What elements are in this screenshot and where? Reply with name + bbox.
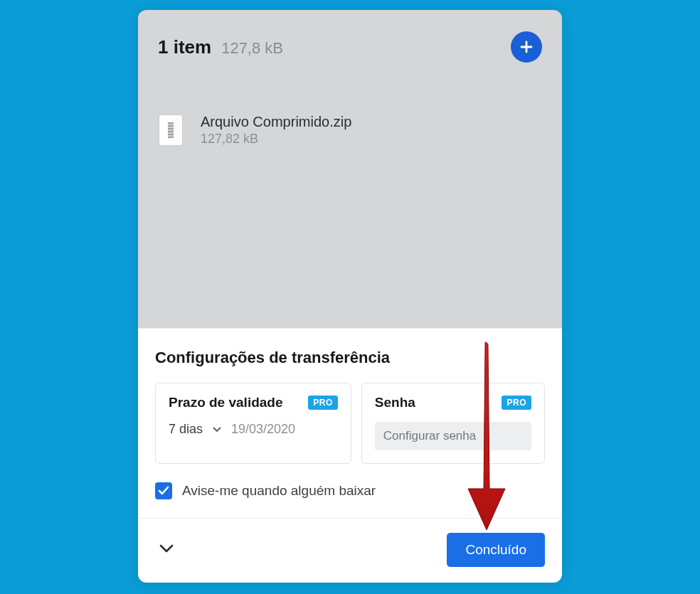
chevron-down-icon — [213, 427, 221, 433]
chevron-down-icon — [159, 544, 174, 553]
total-size: 127,8 kB — [221, 39, 283, 58]
password-setting: Senha PRO — [361, 383, 545, 464]
file-list-header: 1 item 127,8 kB — [158, 31, 542, 63]
notify-row[interactable]: Avise-me quando alguém baixar — [155, 482, 545, 499]
settings-title: Configurações de transferência — [155, 349, 545, 367]
add-file-button[interactable] — [511, 31, 542, 63]
file-list-panel: 1 item 127,8 kB Arquivo Comprimido.zip 1… — [138, 10, 562, 328]
notify-label: Avise-me quando alguém baixar — [182, 483, 376, 499]
transfer-card: 1 item 127,8 kB Arquivo Comprimido.zip 1… — [138, 10, 562, 583]
file-meta: Arquivo Comprimido.zip 127,82 kB — [201, 114, 351, 147]
collapse-button[interactable] — [155, 539, 178, 561]
header-summary: 1 item 127,8 kB — [158, 36, 283, 58]
password-header: Senha PRO — [375, 395, 531, 410]
item-count: 1 item — [158, 36, 211, 58]
transfer-settings-panel: Configurações de transferência Prazo de … — [138, 328, 562, 583]
expiry-date: 19/03/2020 — [231, 422, 295, 437]
file-name: Arquivo Comprimido.zip — [201, 114, 351, 130]
notify-checkbox[interactable] — [155, 482, 172, 499]
check-icon — [158, 486, 169, 496]
expiry-setting: Prazo de validade PRO 7 dias 19/03/2020 — [155, 383, 351, 464]
pro-badge: PRO — [308, 396, 338, 410]
expiry-header: Prazo de validade PRO — [169, 395, 338, 410]
zip-icon — [168, 122, 174, 138]
settings-footer: Concluído — [138, 518, 562, 583]
list-item[interactable]: Arquivo Comprimido.zip 127,82 kB — [158, 114, 542, 147]
expiry-selector[interactable]: 7 dias 19/03/2020 — [169, 422, 338, 437]
expiry-label: Prazo de validade — [169, 395, 283, 410]
pro-badge: PRO — [502, 396, 531, 410]
expiry-value: 7 dias — [169, 422, 203, 437]
settings-row: Prazo de validade PRO 7 dias 19/03/2020 … — [155, 383, 545, 464]
done-button[interactable]: Concluído — [447, 533, 545, 567]
file-icon — [159, 115, 182, 145]
plus-icon — [519, 40, 534, 54]
password-input[interactable] — [375, 422, 531, 450]
password-label: Senha — [375, 395, 415, 410]
file-size: 127,82 kB — [201, 132, 351, 147]
